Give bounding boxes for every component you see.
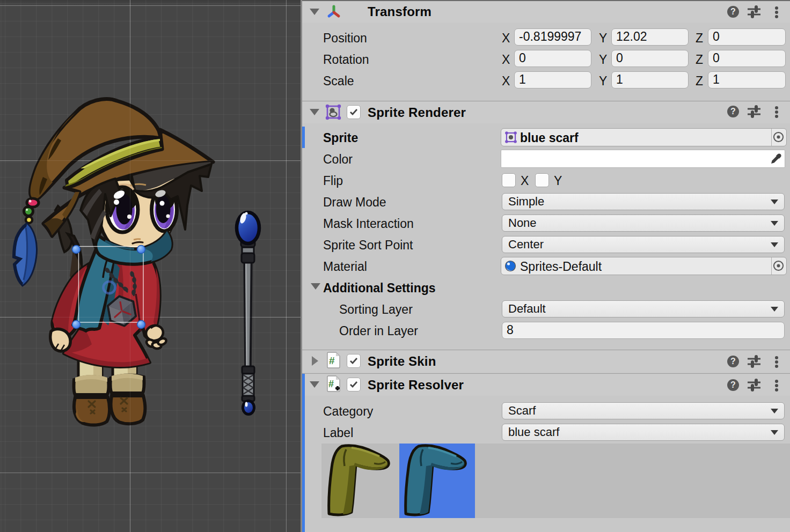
svg-text:#: # [329, 355, 335, 366]
svg-text:#: # [328, 379, 334, 389]
